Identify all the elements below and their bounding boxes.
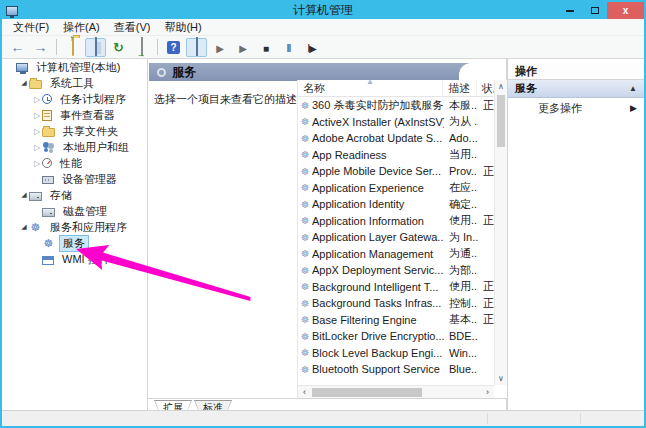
close-button[interactable]: x bbox=[607, 2, 644, 19]
services-rows: ☸360 杀毒实时防护加载服务本服...正在...☸ActiveX Instal… bbox=[298, 97, 494, 385]
tree-item-事件查看器[interactable]: ▷事件查看器 bbox=[2, 107, 147, 123]
stop-service-icon: ■ bbox=[263, 38, 268, 56]
tree-item-WMI 控件[interactable]: WMI 控件 bbox=[2, 251, 147, 267]
menu-item-1[interactable]: 操作(A) bbox=[56, 19, 107, 36]
services-list: 名称 ▲ 描述 状态 ☸360 杀毒实时防护加载服务本服...正在...☸Act… bbox=[297, 80, 507, 398]
tree-item-服务和应用程序[interactable]: ◢☸服务和应用程序 bbox=[2, 219, 147, 235]
more-actions-item[interactable]: 更多操作 ▶ bbox=[508, 100, 644, 116]
restart-service-icon: Ⅰ▶ bbox=[307, 38, 316, 56]
service-gear-icon: ☸ bbox=[298, 347, 312, 358]
minimize-button[interactable] bbox=[557, 2, 582, 19]
expander-collapsed-icon[interactable]: ▷ bbox=[32, 143, 42, 152]
horizontal-scroll-thumb[interactable] bbox=[312, 388, 422, 397]
service-row[interactable]: ☸App Readiness当用... bbox=[298, 147, 494, 164]
tree-item-设备管理器[interactable]: 设备管理器 bbox=[2, 171, 147, 187]
service-description: 控制... bbox=[444, 296, 478, 311]
tree-item-label: 事件查看器 bbox=[56, 107, 119, 124]
service-description: 为部... bbox=[444, 263, 478, 278]
service-name: Background Intelligent T... bbox=[312, 281, 444, 293]
service-row[interactable]: ☸Application Management为通... bbox=[298, 246, 494, 263]
status-bar-divider bbox=[580, 413, 581, 424]
tree-item-计算机管理(本地)[interactable]: 计算机管理(本地) bbox=[2, 59, 147, 75]
service-row[interactable]: ☸Application Layer Gatewa...为 In... bbox=[298, 229, 494, 246]
vertical-scrollbar[interactable]: ∧ ∨ bbox=[494, 80, 507, 385]
actions-section-services[interactable]: 服务 ▲ bbox=[508, 80, 644, 98]
stop-service-button[interactable]: ■ bbox=[255, 38, 276, 57]
service-row[interactable]: ☸360 杀毒实时防护加载服务本服...正在... bbox=[298, 97, 494, 114]
expander-expanded-icon[interactable]: ◢ bbox=[19, 79, 29, 87]
tree-item-性能[interactable]: ▷性能 bbox=[2, 155, 147, 171]
service-gear-icon: ☸ bbox=[298, 215, 312, 226]
action-pane-button[interactable] bbox=[186, 38, 207, 57]
expander-collapsed-icon[interactable]: ▷ bbox=[32, 159, 42, 168]
service-row[interactable]: ☸Block Level Backup Engi...Win... bbox=[298, 345, 494, 362]
service-description: 基本... bbox=[444, 312, 478, 327]
expander-collapsed-icon[interactable]: ▷ bbox=[32, 95, 42, 104]
service-name: Bluetooth Support Service bbox=[312, 363, 444, 375]
service-description: 确定... bbox=[444, 197, 478, 212]
window-title: 计算机管理 bbox=[2, 2, 644, 19]
vertical-scroll-thumb[interactable] bbox=[497, 95, 505, 147]
service-row[interactable]: ☸AppX Deployment Servic...为部... bbox=[298, 262, 494, 279]
menu-bar: 文件(F)操作(A)查看(V)帮助(H) bbox=[2, 19, 644, 36]
forward-button[interactable]: → bbox=[30, 38, 51, 57]
service-row[interactable]: ☸Background Intelligent T...使用...正在... bbox=[298, 279, 494, 296]
tree-item-磁盘管理[interactable]: 磁盘管理 bbox=[2, 203, 147, 219]
column-header-name[interactable]: 名称 ▲ bbox=[298, 80, 443, 96]
service-gear-icon: ☸ bbox=[298, 232, 312, 243]
service-gear-icon: ☸ bbox=[298, 166, 312, 177]
column-header-description[interactable]: 描述 bbox=[443, 80, 477, 96]
tree-item-任务计划程序[interactable]: ▷任务计划程序 bbox=[2, 91, 147, 107]
log-icon bbox=[42, 110, 52, 121]
tree-item-共享文件夹[interactable]: ▷共享文件夹 bbox=[2, 123, 147, 139]
export-list-icon bbox=[141, 38, 143, 56]
help-button[interactable]: ? bbox=[163, 38, 184, 57]
service-row[interactable]: ☸Apple Mobile Device Ser...Prov...正在... bbox=[298, 163, 494, 180]
folder-icon bbox=[29, 80, 42, 89]
tree-item-系统工具[interactable]: ◢系统工具 bbox=[2, 75, 147, 91]
back-button[interactable]: ← bbox=[7, 38, 28, 57]
drive-icon bbox=[42, 208, 55, 217]
service-row[interactable]: ☸Base Filtering Engine基本...正在... bbox=[298, 312, 494, 329]
console-window-button[interactable] bbox=[85, 38, 106, 57]
horizontal-scrollbar[interactable]: ‹ › bbox=[298, 385, 494, 398]
back-icon: ← bbox=[11, 38, 25, 56]
tree-item-本地用户和组[interactable]: ▷本地用户和组 bbox=[2, 139, 147, 155]
scroll-down-icon[interactable]: ∨ bbox=[495, 372, 507, 385]
menu-item-3[interactable]: 帮助(H) bbox=[157, 19, 208, 36]
service-row[interactable]: ☸Bluetooth Support ServiceBlue... bbox=[298, 361, 494, 378]
up-folder-button[interactable] bbox=[62, 38, 83, 57]
menu-item-2[interactable]: 查看(V) bbox=[107, 19, 158, 36]
service-description: Ado... bbox=[444, 132, 478, 144]
service-row[interactable]: ☸Application Identity确定... bbox=[298, 196, 494, 213]
service-name: Application Identity bbox=[312, 198, 444, 210]
refresh-button[interactable]: ↻ bbox=[108, 38, 129, 57]
tree-item-服务[interactable]: ☸服务 bbox=[2, 235, 147, 251]
service-row[interactable]: ☸Background Tasks Infras...控制...正在... bbox=[298, 295, 494, 312]
tree-item-存储[interactable]: ◢存储 bbox=[2, 187, 147, 203]
service-row[interactable]: ☸Application Experience在应... bbox=[298, 180, 494, 197]
restart-service-button[interactable]: Ⅰ▶ bbox=[301, 38, 322, 57]
service-row[interactable]: ☸BitLocker Drive Encryptio...BDE... bbox=[298, 328, 494, 345]
scroll-right-icon[interactable]: › bbox=[481, 386, 494, 398]
menu-item-0[interactable]: 文件(F) bbox=[6, 19, 56, 36]
scroll-left-icon[interactable]: ‹ bbox=[298, 386, 311, 398]
service-gear-icon: ☸ bbox=[298, 199, 312, 210]
service-row[interactable]: ☸Application Information使用...正在... bbox=[298, 213, 494, 230]
panel-divider bbox=[148, 398, 506, 399]
column-header-status[interactable]: 状态 bbox=[477, 80, 494, 96]
pause-service-button[interactable]: Ⅱ bbox=[278, 38, 299, 57]
expander-collapsed-icon[interactable]: ▷ bbox=[32, 127, 42, 136]
expander-collapsed-icon[interactable]: ▷ bbox=[32, 111, 42, 120]
collapse-section-icon[interactable]: ▲ bbox=[629, 84, 637, 93]
forward-icon: → bbox=[34, 38, 48, 56]
start-service-button[interactable]: ▶ bbox=[209, 38, 230, 57]
scroll-up-icon[interactable]: ∧ bbox=[495, 80, 507, 93]
expander-expanded-icon[interactable]: ◢ bbox=[19, 191, 29, 199]
expander-expanded-icon[interactable]: ◢ bbox=[19, 223, 29, 231]
service-row[interactable]: ☸Adobe Acrobat Update S...Ado... bbox=[298, 130, 494, 147]
export-list-button[interactable] bbox=[131, 38, 152, 57]
service-row[interactable]: ☸ActiveX Installer (AxInstSV)为从 ... bbox=[298, 114, 494, 131]
maximize-button[interactable] bbox=[582, 2, 607, 19]
resume-service-button[interactable]: ▶ bbox=[232, 38, 253, 57]
